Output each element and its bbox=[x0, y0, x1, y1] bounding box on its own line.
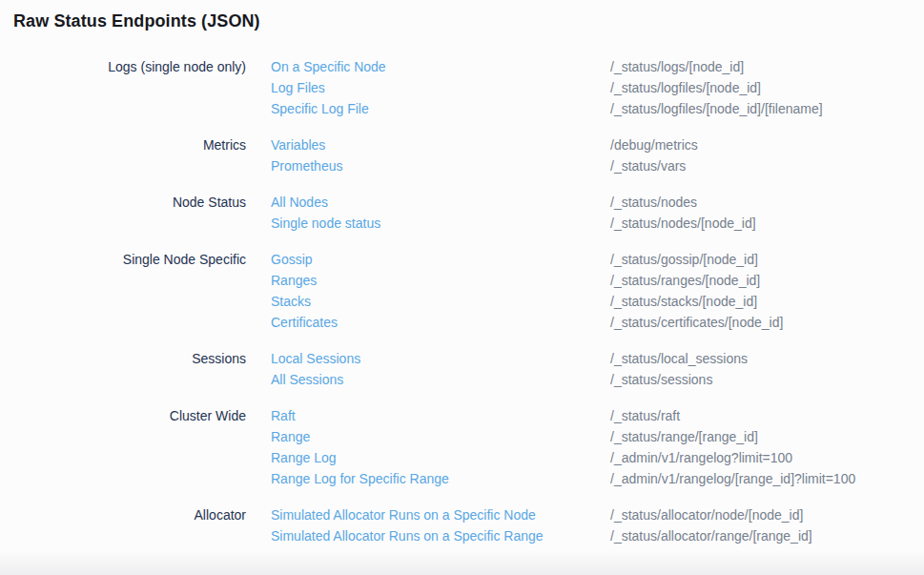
endpoint-row: Raft /_status/raft bbox=[271, 405, 855, 426]
endpoint-path: /_status/stacks/[node_id] bbox=[610, 291, 757, 312]
endpoint-link[interactable]: Range bbox=[271, 426, 610, 447]
endpoint-link[interactable]: Specific Log File bbox=[271, 98, 610, 119]
endpoint-link[interactable]: On a Specific Node bbox=[271, 56, 610, 77]
endpoint-link[interactable]: Certificates bbox=[271, 312, 610, 333]
section-logs: Logs (single node only) On a Specific No… bbox=[0, 56, 924, 119]
endpoint-path: /_admin/v1/rangelog?limit=100 bbox=[610, 447, 792, 468]
endpoint-link[interactable]: Variables bbox=[271, 134, 610, 155]
section-category: Logs (single node only) bbox=[0, 56, 271, 77]
section-category: Allocator bbox=[0, 504, 271, 525]
endpoint-row: Local Sessions /_status/local_sessions bbox=[271, 348, 748, 369]
endpoint-row: Range Log for Specific Range /_admin/v1/… bbox=[271, 468, 855, 489]
endpoint-path: /_status/ranges/[node_id] bbox=[610, 270, 760, 291]
endpoint-row: On a Specific Node /_status/logs/[node_i… bbox=[271, 56, 823, 77]
endpoint-row: Certificates /_status/certificates/[node… bbox=[271, 312, 783, 333]
endpoint-link[interactable]: Gossip bbox=[271, 249, 610, 270]
section-single-node-specific: Single Node Specific Gossip /_status/gos… bbox=[0, 249, 924, 333]
endpoint-row: Variables /debug/metrics bbox=[271, 134, 698, 155]
page-title: Raw Status Endpoints (JSON) bbox=[13, 11, 260, 31]
endpoint-link[interactable]: Stacks bbox=[271, 291, 610, 312]
endpoint-path: /_status/vars bbox=[610, 155, 686, 176]
endpoint-row: Range /_status/range/[range_id] bbox=[271, 426, 855, 447]
endpoint-row: Single node status /_status/nodes/[node_… bbox=[271, 213, 756, 234]
endpoint-row: Stacks /_status/stacks/[node_id] bbox=[271, 291, 783, 312]
endpoint-link[interactable]: All Sessions bbox=[271, 369, 610, 390]
endpoint-path: /_status/logs/[node_id] bbox=[610, 56, 744, 77]
section-sessions: Sessions Local Sessions /_status/local_s… bbox=[0, 348, 924, 390]
section-metrics: Metrics Variables /debug/metrics Prometh… bbox=[0, 134, 924, 176]
section-cluster-wide: Cluster Wide Raft /_status/raft Range /_… bbox=[0, 405, 924, 489]
section-category: Cluster Wide bbox=[0, 405, 271, 426]
endpoint-path: /debug/metrics bbox=[610, 134, 698, 155]
endpoint-link[interactable]: All Nodes bbox=[271, 192, 610, 213]
endpoints-list: Logs (single node only) On a Specific No… bbox=[0, 56, 924, 562]
endpoint-row: All Nodes /_status/nodes bbox=[271, 192, 756, 213]
endpoint-link[interactable]: Range Log bbox=[271, 447, 610, 468]
section-node-status: Node Status All Nodes /_status/nodes Sin… bbox=[0, 192, 924, 234]
endpoint-link[interactable]: Ranges bbox=[271, 270, 610, 291]
endpoint-row: Simulated Allocator Runs on a Specific N… bbox=[271, 504, 812, 525]
section-category: Node Status bbox=[0, 192, 271, 213]
endpoint-link[interactable]: Log Files bbox=[271, 77, 610, 98]
endpoint-path: /_status/raft bbox=[610, 405, 680, 426]
endpoint-path: /_status/allocator/range/[range_id] bbox=[610, 525, 812, 546]
endpoint-link[interactable]: Prometheus bbox=[271, 155, 610, 176]
endpoint-path: /_status/logfiles/[node_id]/[filename] bbox=[610, 98, 823, 119]
endpoint-row: Range Log /_admin/v1/rangelog?limit=100 bbox=[271, 447, 855, 468]
endpoint-row: Ranges /_status/ranges/[node_id] bbox=[271, 270, 783, 291]
section-category: Metrics bbox=[0, 134, 271, 155]
section-allocator: Allocator Simulated Allocator Runs on a … bbox=[0, 504, 924, 546]
endpoint-row: All Sessions /_status/sessions bbox=[271, 369, 748, 390]
endpoint-link[interactable]: Simulated Allocator Runs on a Specific N… bbox=[271, 504, 610, 525]
endpoint-link[interactable]: Range Log for Specific Range bbox=[271, 468, 610, 489]
endpoint-link[interactable]: Single node status bbox=[271, 213, 610, 234]
endpoint-row: Prometheus /_status/vars bbox=[271, 155, 698, 176]
endpoint-path: /_status/logfiles/[node_id] bbox=[610, 77, 761, 98]
endpoint-path: /_status/nodes bbox=[610, 192, 697, 213]
endpoint-path: /_status/allocator/node/[node_id] bbox=[610, 504, 803, 525]
endpoint-path: /_status/gossip/[node_id] bbox=[610, 249, 758, 270]
endpoint-row: Simulated Allocator Runs on a Specific R… bbox=[271, 525, 812, 546]
endpoint-row: Log Files /_status/logfiles/[node_id] bbox=[271, 77, 823, 98]
endpoint-path: /_status/local_sessions bbox=[610, 348, 748, 369]
endpoint-path: /_status/sessions bbox=[610, 369, 712, 390]
endpoint-row: Specific Log File /_status/logfiles/[nod… bbox=[271, 98, 823, 119]
section-category: Single Node Specific bbox=[0, 249, 271, 270]
endpoint-link[interactable]: Simulated Allocator Runs on a Specific R… bbox=[271, 525, 610, 546]
endpoint-path: /_status/certificates/[node_id] bbox=[610, 312, 783, 333]
endpoint-path: /_status/range/[range_id] bbox=[610, 426, 758, 447]
section-category: Sessions bbox=[0, 348, 271, 369]
endpoint-link[interactable]: Local Sessions bbox=[271, 348, 610, 369]
endpoint-row: Gossip /_status/gossip/[node_id] bbox=[271, 249, 783, 270]
endpoint-path: /_status/nodes/[node_id] bbox=[610, 213, 756, 234]
endpoint-path: /_admin/v1/rangelog/[range_id]?limit=100 bbox=[610, 468, 855, 489]
endpoint-link[interactable]: Raft bbox=[271, 405, 610, 426]
